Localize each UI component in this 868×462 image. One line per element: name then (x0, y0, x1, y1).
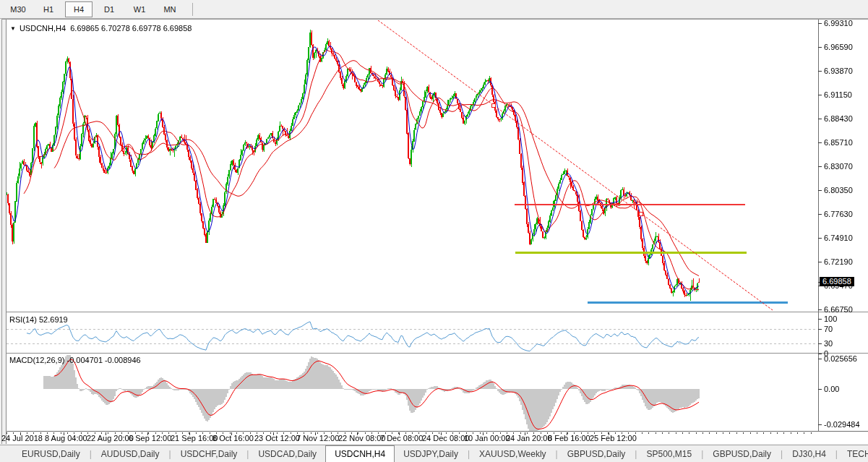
symbol-dropdown-icon[interactable]: ▼ (10, 25, 16, 32)
macd-value-signal: -0.008946 (105, 356, 141, 364)
rsi-axis-label: 100 (824, 315, 837, 323)
time-axis-label: 10 Jan 00:00 (464, 434, 510, 442)
current-price-tag: 6.69858 (820, 277, 854, 286)
price-axis-label: 6.91150 (824, 90, 852, 99)
time-axis-label: 22 Nov 08:00 (338, 434, 385, 442)
tab-eurusd-daily[interactable]: EURUSD,Daily (13, 445, 89, 462)
timeframe-button-h1[interactable]: H1 (35, 1, 62, 17)
tab-tech100-h1[interactable]: TECH100,H1 (838, 445, 868, 462)
time-axis-label: 23 Oct 12:00 (254, 434, 300, 442)
time-axis-label: 24 Dec 08:00 (422, 434, 469, 442)
timeframe-button-d1[interactable]: D1 (95, 1, 123, 17)
chart-tab-bar: EURUSD,Daily|AUDUSD,Daily|USDCHF,Daily|U… (0, 445, 868, 462)
mt4-window: { "toolbar": { "timeframes": [ {"label":… (0, 0, 868, 462)
macd-value-main: -0.004701 (66, 356, 103, 364)
chart-tabs: EURUSD,Daily|AUDUSD,Daily|USDCHF,Daily|U… (13, 445, 868, 462)
time-axis-label: 22 Aug 20:00 (87, 434, 134, 442)
time-axis-label: 8 Aug 04:00 (45, 434, 87, 442)
rsi-label: RSI(14) (9, 315, 37, 324)
rsi-axis-label: 30 (824, 339, 833, 348)
tab-gbpusd-daily[interactable]: GBPUSD,Daily (559, 445, 635, 462)
tab-usdchf-daily[interactable]: USDCHF,Daily (172, 445, 246, 462)
rsi-axis-label: 70 (824, 325, 833, 333)
time-axis-label: 6 Sep 12:00 (129, 434, 171, 442)
price-axis-label: 6.85710 (824, 138, 853, 147)
price-axis-label: 6.83070 (824, 162, 853, 171)
tab-sp500-m15[interactable]: SP500,M15 (637, 445, 700, 462)
tab-xauusd-weekly[interactable]: XAUUSD,Weekly (470, 445, 554, 462)
time-axis-label: 24 Jul 2018 (1, 434, 43, 442)
chart-title-row: ▼USDCNH,H4 6.69865 6.70278 6.69778 6.698… (10, 24, 192, 33)
timeframe-button-w1[interactable]: W1 (126, 1, 153, 17)
time-axis-label: 8 Oct 16:00 (212, 434, 254, 442)
tab-usdcad-daily[interactable]: USDCAD,Daily (249, 445, 325, 462)
rsi-label-row: RSI(14) 52.6919 (9, 315, 68, 324)
time-axis-label: 24 Jan 20:00 (506, 434, 552, 442)
price-axis-label: 6.88430 (824, 114, 853, 123)
tab-gbpusd-daily[interactable]: GBPUSD,Daily (704, 445, 780, 462)
tab-dj30-h4[interactable]: DJ30,H4 (783, 445, 835, 462)
timeframe-button-mn[interactable]: MN (156, 1, 184, 17)
time-axis-label: 8 Feb 16:00 (548, 434, 590, 442)
price-axis-label: 6.93870 (824, 67, 853, 75)
price-axis-label: 6.66750 (824, 305, 853, 314)
time-axis-label: 21 Sep 16:00 (171, 434, 218, 442)
macd-label: MACD(12,26,9) (9, 356, 64, 364)
time-axis-label: 7 Nov 12:00 (296, 434, 339, 442)
tab-usdcnh-h4[interactable]: USDCNH,H4 (325, 445, 395, 462)
macd-axis-label: -0.029484 (824, 420, 860, 429)
price-axis-label: 6.96590 (824, 43, 853, 51)
chart-canvas[interactable] (0, 0, 868, 462)
time-axis-label: 25 Feb 12:00 (590, 434, 637, 442)
price-axis-label: 6.99310 (824, 19, 853, 27)
tab-usdjpy-daily[interactable]: USDJPY,Daily (395, 445, 467, 462)
time-axis-label: 7 Dec 08:00 (380, 434, 423, 442)
timeframe-button-h4[interactable]: H4 (65, 1, 93, 17)
price-axis-label: 6.74910 (824, 234, 853, 242)
price-axis-label: 6.72190 (824, 257, 853, 266)
timeframe-button-group: M30H1H4D1W1MN (4, 1, 186, 17)
timeframe-button-m30[interactable]: M30 (4, 1, 32, 17)
macd-axis-label: 0.025656 (824, 354, 857, 363)
price-axis-label: 6.80350 (824, 186, 853, 194)
ohlc-values: 6.69865 6.70278 6.69778 6.69858 (70, 24, 192, 33)
macd-label-row: MACD(12,26,9) -0.004701 -0.008946 (9, 356, 141, 364)
price-axis-label: 6.77630 (824, 210, 853, 218)
symbol-label: USDCNH,H4 (20, 24, 66, 33)
toolbar-separator (192, 3, 193, 16)
rsi-value: 52.6919 (39, 315, 68, 324)
timeframe-toolbar: M30H1H4D1W1MN (0, 0, 868, 19)
tab-audusd-daily[interactable]: AUDUSD,Daily (93, 445, 168, 462)
macd-axis-label: 0.00 (824, 385, 839, 393)
